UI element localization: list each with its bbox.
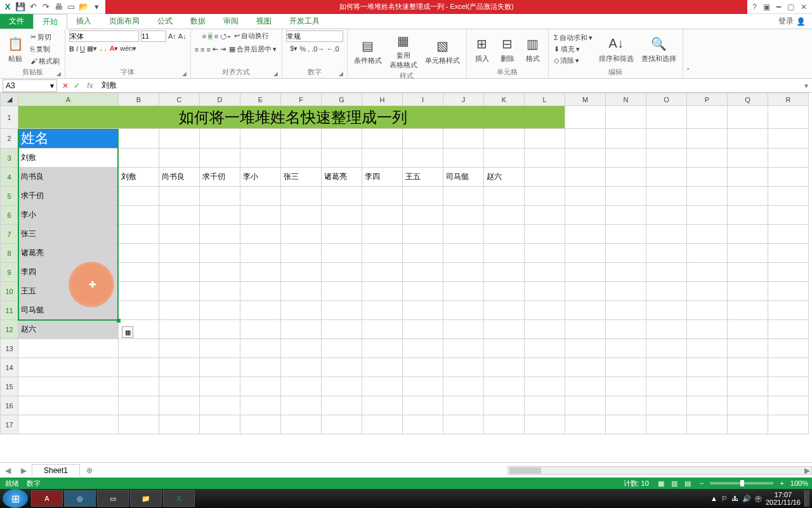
cell[interactable] xyxy=(200,263,240,282)
cell[interactable] xyxy=(565,339,606,358)
cell[interactable] xyxy=(606,339,646,358)
font-name-input[interactable] xyxy=(69,30,139,42)
cell[interactable] xyxy=(646,358,687,377)
cell[interactable] xyxy=(525,301,565,320)
cell[interactable] xyxy=(646,225,687,244)
decrease-font-icon[interactable]: A↓ xyxy=(178,32,187,40)
percent-icon[interactable]: % xyxy=(299,45,306,53)
cell[interactable] xyxy=(322,320,362,339)
tray-up-icon[interactable]: ▲ xyxy=(710,495,717,502)
row-header-1[interactable]: 1 xyxy=(1,106,18,129)
col-header-A[interactable]: A xyxy=(18,93,119,106)
cell[interactable] xyxy=(119,206,159,225)
cell[interactable] xyxy=(525,263,565,282)
cell[interactable]: 求千仞 xyxy=(200,168,240,187)
font-launcher-icon[interactable]: ◢ xyxy=(182,70,187,77)
cell[interactable] xyxy=(646,396,687,415)
cell[interactable] xyxy=(565,206,606,225)
cell[interactable] xyxy=(322,225,362,244)
cell[interactable] xyxy=(240,358,281,377)
taskbar-app-autocad[interactable]: A xyxy=(31,490,63,507)
new-icon[interactable]: ▭ xyxy=(66,2,76,12)
cell[interactable] xyxy=(443,377,484,396)
cell[interactable] xyxy=(768,244,809,263)
cell[interactable] xyxy=(119,339,159,358)
row-header-4[interactable]: 4 xyxy=(1,168,18,187)
cell[interactable]: 诸葛亮 xyxy=(18,244,119,263)
cell[interactable] xyxy=(687,106,728,129)
cell[interactable] xyxy=(484,244,525,263)
row-header-11[interactable]: 11 xyxy=(1,301,18,320)
cell[interactable]: 求千仞 xyxy=(18,187,119,206)
cell[interactable] xyxy=(159,225,200,244)
cell[interactable] xyxy=(525,206,565,225)
cell[interactable] xyxy=(281,358,322,377)
cell[interactable] xyxy=(768,358,809,377)
cell[interactable] xyxy=(728,149,768,168)
col-header-K[interactable]: K xyxy=(484,93,525,106)
cell[interactable] xyxy=(200,301,240,320)
cell[interactable] xyxy=(362,377,403,396)
ribbon-options-icon[interactable]: ▣ xyxy=(763,3,770,11)
taskbar-app-browser[interactable]: ◎ xyxy=(64,490,96,507)
cell[interactable] xyxy=(240,149,281,168)
cell[interactable] xyxy=(403,206,443,225)
cell[interactable] xyxy=(606,263,646,282)
cell[interactable] xyxy=(606,149,646,168)
cell[interactable] xyxy=(687,377,728,396)
cell[interactable] xyxy=(200,225,240,244)
cell[interactable] xyxy=(159,206,200,225)
cell[interactable] xyxy=(606,358,646,377)
autosum-button[interactable]: Σ 自动求和▾ xyxy=(553,32,594,43)
cell[interactable] xyxy=(240,129,281,149)
cell[interactable] xyxy=(362,320,403,339)
select-all-corner[interactable]: ◢ xyxy=(1,93,18,106)
cell[interactable] xyxy=(606,301,646,320)
cell[interactable] xyxy=(687,187,728,206)
qat-more-icon[interactable]: ▾ xyxy=(91,2,102,12)
tab-file[interactable]: 文件 xyxy=(0,14,33,29)
col-header-R[interactable]: R xyxy=(768,93,809,106)
expand-formula-icon[interactable]: ▾ xyxy=(801,81,812,90)
cell[interactable] xyxy=(322,244,362,263)
row-header-16[interactable]: 16 xyxy=(1,396,18,415)
copy-button[interactable]: ⎘ 复制 xyxy=(29,44,61,55)
cell[interactable] xyxy=(443,301,484,320)
cell[interactable]: 赵六 xyxy=(18,320,119,339)
cell[interactable] xyxy=(525,358,565,377)
taskbar-app-notepad[interactable]: ▭ xyxy=(97,490,129,507)
cell[interactable] xyxy=(322,358,362,377)
cell[interactable] xyxy=(606,225,646,244)
cell[interactable] xyxy=(200,396,240,415)
cell[interactable] xyxy=(281,225,322,244)
cell[interactable] xyxy=(159,149,200,168)
cell[interactable] xyxy=(240,377,281,396)
cell[interactable] xyxy=(565,187,606,206)
delete-cells-button[interactable]: ⊟删除 xyxy=(496,34,519,65)
cell[interactable]: 李小 xyxy=(18,206,119,225)
header-name-cell[interactable]: 姓名 xyxy=(18,129,119,149)
cell[interactable] xyxy=(525,396,565,415)
cell[interactable] xyxy=(728,263,768,282)
cell[interactable] xyxy=(484,129,525,149)
cell[interactable] xyxy=(484,339,525,358)
cell[interactable]: 王五 xyxy=(403,168,443,187)
cell[interactable] xyxy=(728,206,768,225)
cell[interactable] xyxy=(525,168,565,187)
col-header-B[interactable]: B xyxy=(119,93,159,106)
cell[interactable]: 张三 xyxy=(18,225,119,244)
login-button[interactable]: 登录👤 xyxy=(772,14,812,29)
cell[interactable] xyxy=(159,282,200,301)
cell[interactable] xyxy=(768,149,809,168)
cell[interactable] xyxy=(728,320,768,339)
cell[interactable] xyxy=(119,263,159,282)
cell[interactable] xyxy=(728,339,768,358)
cell[interactable] xyxy=(443,206,484,225)
cell[interactable] xyxy=(768,225,809,244)
undo-icon[interactable]: ↶ xyxy=(28,2,38,12)
cell[interactable] xyxy=(200,129,240,149)
col-header-F[interactable]: F xyxy=(281,93,322,106)
zoom-out-icon[interactable]: − xyxy=(700,479,704,487)
row-header-7[interactable]: 7 xyxy=(1,225,18,244)
cell[interactable] xyxy=(565,377,606,396)
